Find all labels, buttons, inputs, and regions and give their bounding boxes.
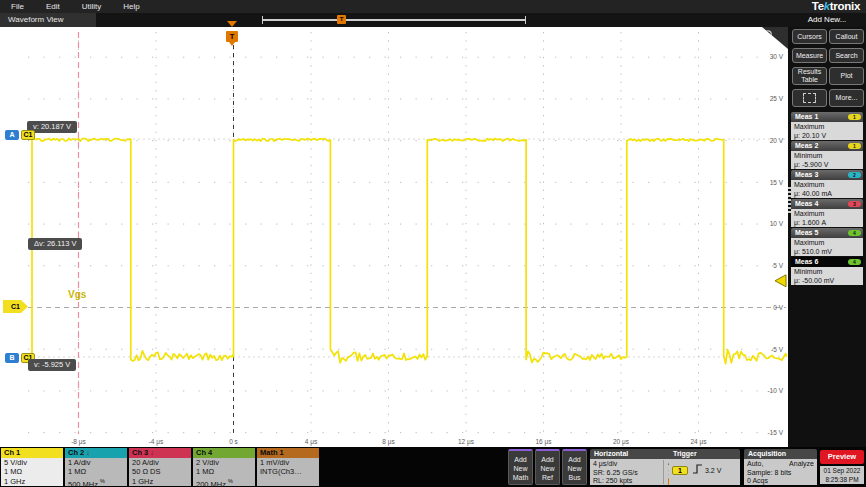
settings-bar: Ch 1 5 V/div 1 MΩ 1 GHz Ch 2 ↓ 1 A/div 1… <box>0 447 866 487</box>
trigger-panel[interactable]: Trigger 1 3.2 V <box>669 449 740 485</box>
horizontal-sample-rate: SR: 6.25 GS/s <box>593 469 659 478</box>
channel-1-badge[interactable]: Ch 1 5 V/div 1 MΩ 1 GHz <box>1 448 63 486</box>
trigger-position-marker[interactable]: T <box>337 15 346 24</box>
tab-waveform-view[interactable]: Waveform View <box>0 13 96 27</box>
svg-text:20 μs: 20 μs <box>613 438 630 446</box>
svg-text:0 V: 0 V <box>773 304 783 311</box>
channel-4-badge[interactable]: Ch 4 2 V/div 1 MΩ 200 MHz % <box>193 448 255 486</box>
menu-utility[interactable]: Utility <box>71 2 113 11</box>
ch4-impedance: 1 MΩ <box>196 467 252 476</box>
cursor-a-badge[interactable]: A <box>5 130 19 140</box>
menu-file[interactable]: File <box>0 2 35 11</box>
meas-1-card[interactable]: Meas 11 Maximumμ: 20.10 V <box>791 112 863 140</box>
meas-5-source-badge: 4 <box>848 230 861 236</box>
ch2-clipping-icon: ↓ <box>86 448 90 457</box>
results-sidebar: Cursors Callout Measure Search Results T… <box>788 27 866 447</box>
trigger-title: Trigger <box>669 449 740 459</box>
menu-edit[interactable]: Edit <box>35 2 71 11</box>
meas-2-card[interactable]: Meas 21 Minimumμ: -5.900 V <box>791 141 863 169</box>
svg-text:24 μs: 24 μs <box>690 438 707 446</box>
trigger-level-arrow[interactable] <box>775 275 786 287</box>
math1-expression: INTG(Ch3… <box>260 467 316 476</box>
screen-capture-button[interactable] <box>792 89 827 107</box>
meas-2-source-badge: 1 <box>848 143 861 149</box>
math-1-badge[interactable]: Math 1 1 mV/div INTG(Ch3… <box>257 448 319 486</box>
horizontal-record-length: RL: 250 kpts <box>593 477 659 486</box>
meas-6-card[interactable]: Meas 64 Minimumμ: -50.00 mV <box>791 257 863 285</box>
tab-bar: Waveform View T Add New... <box>0 13 866 27</box>
channel-3-badge[interactable]: Ch 3 ↓ 20 A/div 50 Ω DS 1 GHz <box>129 448 191 486</box>
plot-button[interactable]: Plot <box>829 67 864 85</box>
cursor-a-source-badge[interactable]: C1 <box>21 130 35 140</box>
meas-2-type: Minimum <box>794 151 860 160</box>
meas-2-title: Meas 2 <box>795 142 818 149</box>
time: 8:25:38 PM <box>820 475 864 484</box>
add-new-bus-button[interactable]: AddNewBus <box>562 449 587 485</box>
acquisition-mode: Auto, <box>747 460 763 469</box>
meas-4-card[interactable]: Meas 43 Maximumμ: 1.600 A <box>791 199 863 227</box>
meas-6-title: Meas 6 <box>795 258 818 265</box>
svg-text:-8 μs: -8 μs <box>71 438 86 446</box>
meas-1-title: Meas 1 <box>795 113 818 120</box>
ch2-label: Ch 2 <box>68 448 84 457</box>
datetime-display[interactable]: 01 Sep 2022 8:25:38 PM <box>820 466 864 484</box>
waveform-label-vgs: Vgs <box>68 289 86 300</box>
ch2-impedance: 1 MΩ <box>68 467 124 476</box>
add-new-ref-button[interactable]: AddNewRef <box>535 449 560 485</box>
channel-2-badge[interactable]: Ch 2 ↓ 1 A/div 1 MΩ 500 MHz % <box>65 448 127 486</box>
cursor-b-badge[interactable]: B <box>5 353 19 363</box>
ch4-probe-icon: % <box>228 478 233 484</box>
svg-text:-4 μs: -4 μs <box>149 438 164 446</box>
ch1-scale: 5 V/div <box>4 458 60 467</box>
svg-text:16 μs: 16 μs <box>535 438 552 446</box>
svg-text:30 V: 30 V <box>770 53 784 60</box>
svg-text:12 μs: 12 μs <box>458 438 475 446</box>
cursor-delta-readout[interactable]: Δv: 26.113 V <box>28 238 82 250</box>
ch2-probe-icon: % <box>100 478 105 484</box>
ch4-bandwidth: 200 MHz <box>196 479 226 487</box>
meas-5-card[interactable]: Meas 54 Maximumμ: 510.0 mV <box>791 228 863 256</box>
ch1-impedance: 1 MΩ <box>4 467 60 476</box>
math1-scale: 1 mV/div <box>260 458 316 467</box>
menu-bar: File Edit Utility Help Tektronix <box>0 0 866 13</box>
preview-button[interactable]: Preview <box>820 450 864 464</box>
svg-text:25 V: 25 V <box>770 95 784 102</box>
meas-4-source-badge: 3 <box>848 201 861 207</box>
svg-text:-10 V: -10 V <box>767 387 783 394</box>
add-new-menu[interactable]: Add New... <box>788 13 866 27</box>
svg-text:10 V: 10 V <box>770 220 784 227</box>
acquisition-overview-ruler[interactable]: T <box>262 16 526 24</box>
cursor-b-readout[interactable]: v: -5.925 V <box>28 359 76 371</box>
acquisition-panel[interactable]: Acquisition Auto,Analyze Sample: 8 bits … <box>744 449 817 485</box>
more-button[interactable]: More... <box>829 89 864 107</box>
ch3-scale: 20 A/div <box>132 458 188 467</box>
waveform-view: -8 μs-4 μs0 s4 μs8 μs12 μs16 μs20 μs24 μ… <box>0 27 788 447</box>
meas-3-card[interactable]: Meas 32 Maximumμ: 40.00 mA <box>791 170 863 198</box>
meas-5-type: Maximum <box>794 238 860 247</box>
trigger-t-badge[interactable]: T <box>226 31 238 42</box>
results-table-button[interactable]: Results Table <box>792 67 827 85</box>
cursors-button[interactable]: Cursors <box>792 29 827 44</box>
ch1-bandwidth: 1 GHz <box>4 477 60 486</box>
rising-edge-icon <box>692 464 703 474</box>
graticule: -8 μs-4 μs0 s4 μs8 μs12 μs16 μs20 μs24 μ… <box>0 27 788 447</box>
meas-6-type: Minimum <box>794 267 860 276</box>
callout-button[interactable]: Callout <box>829 29 864 44</box>
acquisition-analyze: Analyze <box>789 460 814 469</box>
ch2-scale: 1 A/div <box>68 458 124 467</box>
meas-3-type: Maximum <box>794 180 860 189</box>
trigger-source-badge: 1 <box>672 466 688 475</box>
panel-drag-handle[interactable] <box>788 187 791 213</box>
meas-2-value: μ: -5.900 V <box>794 160 860 169</box>
meas-6-source-badge: 4 <box>848 259 861 265</box>
trigger-level: 3.2 V <box>705 467 721 474</box>
menu-help[interactable]: Help <box>112 2 150 11</box>
ch4-scale: 2 V/div <box>196 458 252 467</box>
measure-button[interactable]: Measure <box>792 48 827 63</box>
horizontal-scale: 4 μs/div <box>593 460 659 469</box>
svg-text:15 V: 15 V <box>770 179 784 186</box>
search-button[interactable]: Search <box>829 48 864 63</box>
add-new-math-button[interactable]: AddNewMath <box>508 449 533 485</box>
meas-4-type: Maximum <box>794 209 860 218</box>
acquisition-count: 0 Acqs <box>747 477 814 486</box>
